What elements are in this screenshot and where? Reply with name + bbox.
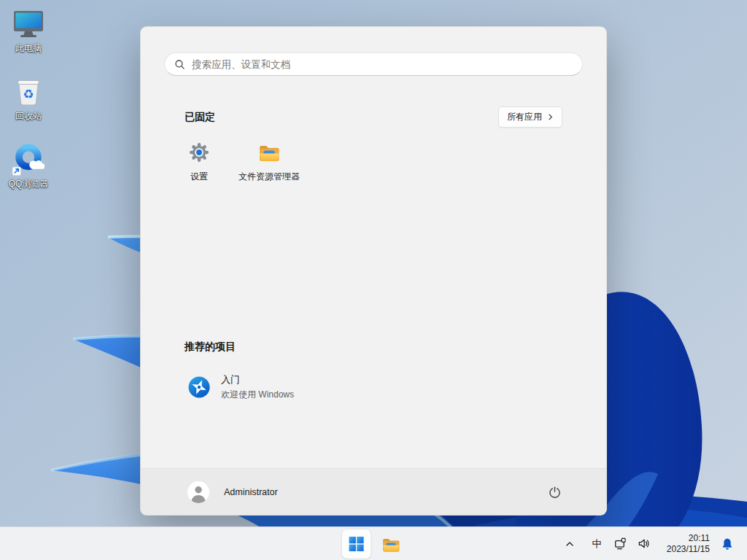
start-search-box[interactable] xyxy=(164,52,583,76)
desktop-icon-this-pc[interactable]: 此电脑 xyxy=(1,6,56,53)
all-apps-button[interactable]: 所有应用 xyxy=(498,106,562,128)
desktop-icon-label: 此电脑 xyxy=(15,43,42,53)
desktop-icon-recycle-bin[interactable]: ♻ 回收站 xyxy=(1,74,56,121)
user-name: Administrator xyxy=(224,487,278,497)
desktop-icon-label: 回收站 xyxy=(15,111,42,121)
folder-icon xyxy=(258,141,281,164)
speaker-icon xyxy=(638,537,650,550)
user-account-button[interactable]: Administrator xyxy=(187,477,285,508)
pinned-app-file-explorer[interactable]: 文件资源管理器 xyxy=(234,136,304,200)
all-apps-label: 所有应用 xyxy=(507,111,542,123)
recommended-item-title: 入门 xyxy=(221,373,294,386)
pinned-section-header: 已固定 所有应用 xyxy=(185,106,562,128)
clock-time: 20:11 xyxy=(667,533,710,544)
windows-logo-icon xyxy=(349,536,365,552)
start-menu-user-bar: Administrator xyxy=(141,468,606,515)
notification-bell-icon xyxy=(721,537,734,551)
chevron-up-icon xyxy=(565,539,575,549)
ime-indicator-button[interactable]: 中 xyxy=(587,532,608,556)
qq-browser-icon xyxy=(11,141,46,176)
get-started-icon xyxy=(187,376,211,399)
chevron-right-icon xyxy=(547,114,554,120)
power-button[interactable] xyxy=(541,478,568,506)
recommended-item-texts: 入门 欢迎使用 Windows xyxy=(221,373,294,401)
recommended-item-get-started[interactable]: 入门 欢迎使用 Windows xyxy=(176,368,395,407)
taskbar-clock[interactable]: 20:11 2023/11/15 xyxy=(657,533,714,555)
taskbar: 中 xyxy=(0,526,747,560)
taskbar-file-explorer-button[interactable] xyxy=(376,529,406,559)
show-hidden-icons-button[interactable] xyxy=(560,532,581,556)
system-tray: 中 xyxy=(560,527,747,560)
network-ethernet-icon xyxy=(614,537,627,550)
power-icon xyxy=(549,486,561,498)
this-pc-icon xyxy=(11,6,46,41)
start-button[interactable] xyxy=(342,529,371,559)
user-avatar xyxy=(187,481,209,503)
pinned-app-label: 设置 xyxy=(190,171,208,183)
folder-icon xyxy=(381,534,400,554)
desktop-icon-label: QQ浏览器 xyxy=(9,179,49,189)
recommended-section-header: 推荐的项目 xyxy=(185,340,236,354)
pinned-app-settings[interactable]: 设置 xyxy=(164,136,234,200)
search-icon xyxy=(174,59,185,70)
network-button[interactable] xyxy=(610,532,631,556)
start-menu: 已固定 所有应用 xyxy=(140,26,607,516)
clock-date: 2023/11/15 xyxy=(667,544,710,555)
volume-button[interactable] xyxy=(633,532,654,556)
settings-gear-icon xyxy=(187,141,211,164)
notification-bell-button[interactable] xyxy=(716,532,738,556)
taskbar-center-buttons xyxy=(342,529,406,559)
recommended-item-subtitle: 欢迎使用 Windows xyxy=(221,389,294,401)
pinned-app-label: 文件资源管理器 xyxy=(239,171,300,183)
svg-text:♻: ♻ xyxy=(23,87,34,101)
desktop-icon-list: 此电脑 ♻ 回收站 xyxy=(1,6,56,189)
desktop-icon-qq-browser[interactable]: QQ浏览器 xyxy=(1,141,56,189)
ime-label: 中 xyxy=(592,537,603,551)
recommended-title: 推荐的项目 xyxy=(185,341,236,352)
search-input[interactable] xyxy=(192,59,573,70)
recycle-bin-icon: ♻ xyxy=(11,74,46,109)
pinned-title: 已固定 xyxy=(185,111,215,124)
pinned-apps-grid: 设置 文件资源管理器 xyxy=(164,136,304,200)
desktop: 此电脑 ♻ 回收站 xyxy=(0,0,747,560)
